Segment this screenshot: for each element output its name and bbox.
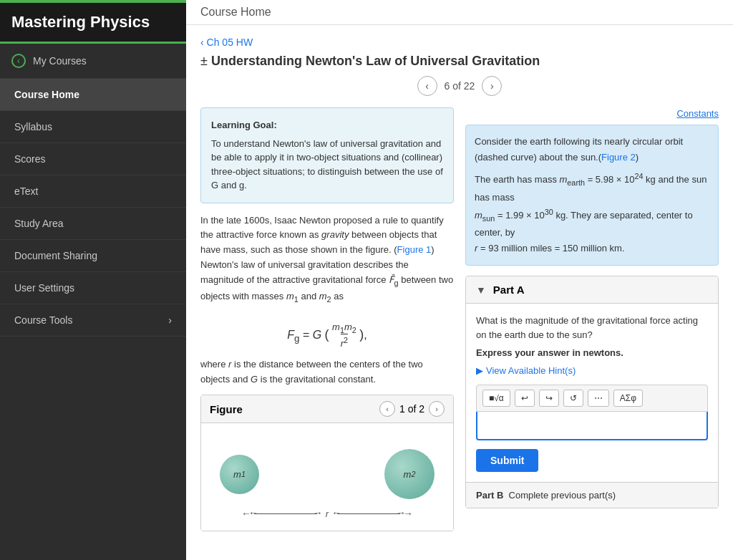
figure-prev-button[interactable]: ‹ bbox=[379, 401, 395, 417]
part-b-bar: Part B Complete previous part(s) bbox=[466, 482, 718, 508]
sidebar-item-course-tools[interactable]: Course Tools › bbox=[0, 304, 186, 337]
mass-1-sphere: m1 bbox=[220, 455, 259, 494]
view-hints-link[interactable]: View Available Hint(s) bbox=[476, 365, 708, 376]
figure-canvas: m1 m2 ← r → bbox=[201, 423, 453, 531]
toolbar-more-btn[interactable]: ⋯ bbox=[588, 390, 609, 407]
main-content: Course Home Ch 05 HW Understanding Newto… bbox=[186, 0, 733, 560]
sidebar-item-user-settings[interactable]: User Settings bbox=[0, 272, 186, 304]
toolbar-greek-btn[interactable]: ΑΣφ bbox=[613, 390, 643, 407]
left-column: Learning Goal: To understand Newton's la… bbox=[200, 107, 454, 531]
figure2-link[interactable]: Figure 2 bbox=[601, 152, 636, 163]
toolbar-undo-btn[interactable]: ↩ bbox=[515, 390, 535, 407]
figure-arrow-row: ← r → bbox=[213, 508, 442, 519]
constants-link-container: Constants bbox=[465, 107, 719, 119]
prev-page-button[interactable]: ‹ bbox=[417, 76, 437, 96]
sidebar-item-course-home[interactable]: Course Home bbox=[0, 79, 186, 111]
next-page-button[interactable]: › bbox=[482, 76, 502, 96]
info-line-4: r = 93 million miles = 150 million km. bbox=[475, 241, 709, 256]
chapter-hw-link[interactable]: Ch 05 HW bbox=[200, 37, 253, 48]
problem-nav: Ch 05 HW bbox=[200, 37, 719, 48]
info-line-3: msun = 1.99 × 1030 kg. They are separate… bbox=[475, 206, 709, 241]
part-a-question: What is the magnitude of the gravitation… bbox=[476, 314, 708, 342]
learning-goal-box: Learning Goal: To understand Newton's la… bbox=[200, 107, 454, 203]
content-area: Ch 05 HW Understanding Newton's Law of U… bbox=[186, 25, 733, 560]
back-arrow-icon: ‹ bbox=[11, 54, 26, 68]
app-title: Mastering Physics bbox=[0, 3, 186, 44]
sidebar-item-scores[interactable]: Scores bbox=[0, 143, 186, 175]
answer-input[interactable] bbox=[483, 417, 701, 429]
pagination: ‹ 6 of 22 › bbox=[200, 76, 719, 96]
two-column-layout: Learning Goal: To understand Newton's la… bbox=[200, 107, 719, 531]
part-a-header[interactable]: ▼ Part A bbox=[466, 276, 718, 304]
sidebar: Mastering Physics ‹ My Courses Course Ho… bbox=[0, 0, 186, 560]
problem-title: Understanding Newton's Law of Universal … bbox=[200, 54, 719, 69]
figure1-link[interactable]: Figure 1 bbox=[397, 244, 432, 255]
figure-next-button[interactable]: › bbox=[429, 401, 445, 417]
figure-title: Figure bbox=[210, 403, 243, 415]
part-b-text: Complete previous part(s) bbox=[509, 490, 616, 501]
constants-link[interactable]: Constants bbox=[676, 108, 719, 119]
sidebar-item-my-courses[interactable]: ‹ My Courses bbox=[0, 44, 186, 79]
info-box: Consider the earth following its nearly … bbox=[465, 125, 719, 266]
my-courses-label: My Courses bbox=[33, 55, 87, 67]
right-column: Constants Consider the earth following i… bbox=[465, 107, 719, 531]
toolbar-redo-btn[interactable]: ↪ bbox=[539, 390, 559, 407]
learning-goal-heading: Learning Goal: bbox=[211, 118, 443, 132]
figure-diagram: m1 m2 bbox=[213, 435, 442, 513]
figure-page-info: 1 of 2 bbox=[399, 403, 424, 415]
learning-goal-text: To understand Newton's law of universal … bbox=[211, 138, 443, 191]
figure-section: Figure ‹ 1 of 2 › m1 bbox=[200, 395, 454, 531]
body-text-2: where r is the distance between the cent… bbox=[200, 357, 454, 387]
collapse-arrow-icon: ▼ bbox=[476, 284, 486, 296]
page-info: 6 of 22 bbox=[445, 80, 475, 92]
chevron-right-icon: › bbox=[168, 314, 172, 326]
info-line-1: Consider the earth following its nearly … bbox=[475, 134, 709, 165]
figure-header: Figure ‹ 1 of 2 › bbox=[201, 395, 453, 423]
info-line-2: The earth has mass mearth = 5.98 × 1024 … bbox=[475, 170, 709, 205]
sidebar-item-etext[interactable]: eText bbox=[0, 175, 186, 208]
express-answer: Express your answer in newtons. bbox=[476, 347, 708, 358]
figure-pagination: ‹ 1 of 2 › bbox=[379, 401, 445, 417]
toolbar-math-btn[interactable]: ■√α bbox=[482, 390, 510, 407]
body-text-1: In the late 1600s, Isaac Newton proposed… bbox=[200, 213, 454, 306]
part-a-label: Part A bbox=[493, 284, 525, 296]
answer-input-box bbox=[476, 412, 708, 440]
sidebar-item-study-area[interactable]: Study Area bbox=[0, 208, 186, 240]
top-bar: Course Home bbox=[186, 0, 733, 25]
mass-2-sphere: m2 bbox=[384, 449, 435, 499]
toolbar-reset-btn[interactable]: ↺ bbox=[563, 390, 583, 407]
formula-display: Fg = G ( m1m2r2 ), bbox=[200, 313, 454, 358]
part-a-body: What is the magnitude of the gravitation… bbox=[466, 304, 718, 482]
submit-button[interactable]: Submit bbox=[476, 449, 538, 472]
sidebar-item-document-sharing[interactable]: Document Sharing bbox=[0, 240, 186, 272]
breadcrumb: Course Home bbox=[200, 6, 271, 18]
part-a-section: ▼ Part A What is the magnitude of the gr… bbox=[465, 276, 719, 508]
part-b-label: Part B bbox=[476, 490, 503, 501]
sidebar-item-syllabus[interactable]: Syllabus bbox=[0, 111, 186, 143]
answer-toolbar: ■√α ↩ ↪ ↺ ⋯ ΑΣφ bbox=[476, 385, 708, 412]
